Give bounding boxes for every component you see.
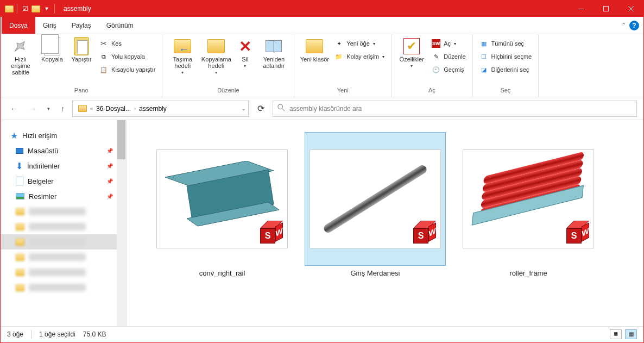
- properties-button[interactable]: ✔Özellikler▾: [396, 36, 427, 70]
- folder-icon: [16, 284, 24, 291]
- copy-button[interactable]: Kopyala: [39, 36, 66, 64]
- nav-pictures[interactable]: Resimler📌: [1, 189, 126, 204]
- file-name: Giriş Merdanesi: [350, 269, 400, 277]
- nav-item-hidden[interactable]: [1, 280, 126, 295]
- new-item-button[interactable]: ✦Yeni öğe ▾: [334, 38, 384, 49]
- properties-qat-icon[interactable]: ☑: [21, 4, 29, 13]
- refresh-button[interactable]: ⟳: [253, 103, 268, 114]
- content-area: ★Hızlı erişim Masaüstü📌 ⬇İndirilenler📌 B…: [1, 120, 643, 326]
- shortcut-icon: 📋: [99, 65, 108, 74]
- breadcrumb-seg1[interactable]: 36-Dosyal...: [93, 105, 134, 113]
- forward-button[interactable]: →: [26, 103, 40, 115]
- copy-to-button[interactable]: Kopyalama hedefi▾: [200, 36, 232, 76]
- recent-locations-button[interactable]: ▾: [44, 104, 53, 113]
- tab-file[interactable]: Dosya: [2, 17, 35, 34]
- solidworks-badge-icon: SW: [413, 221, 437, 245]
- file-list[interactable]: SW conv_right_rail SW Giriş Merdanesi: [127, 120, 643, 326]
- up-button[interactable]: ↑: [58, 103, 68, 115]
- tab-home[interactable]: Giriş: [35, 17, 64, 34]
- nav-quick-access[interactable]: ★Hızlı erişim: [1, 128, 126, 143]
- folder-icon: [16, 254, 24, 261]
- nav-desktop[interactable]: Masaüstü📌: [1, 143, 126, 158]
- move-to-button[interactable]: ←Taşıma hedefi▾: [167, 36, 198, 76]
- downloads-icon: ⬇: [16, 161, 23, 171]
- tab-share[interactable]: Paylaş: [64, 17, 99, 34]
- nav-scrollbar[interactable]: [117, 120, 126, 326]
- cut-button[interactable]: ✂Kes: [99, 38, 155, 49]
- move-to-icon: ←: [174, 38, 191, 55]
- nav-item-hidden[interactable]: [1, 265, 126, 280]
- scissors-icon: ✂: [99, 39, 108, 48]
- qat-dropdown-icon[interactable]: ▼: [42, 4, 51, 13]
- svg-line-5: [282, 109, 285, 111]
- copy-path-button[interactable]: ⧉Yolu kopyala: [99, 51, 155, 63]
- breadcrumb[interactable]: « 36-Dosyal... › assembly ⌄: [72, 101, 249, 117]
- nav-item-hidden-selected[interactable]: [1, 234, 126, 250]
- paste-shortcut-button[interactable]: 📋Kısayolu yapıştır: [99, 64, 155, 76]
- maximize-button[interactable]: [594, 1, 618, 17]
- status-bar: 3 öğe 1 öğe seçildi 75,0 KB ≣ ▦: [1, 326, 643, 341]
- folder-icon: [16, 269, 24, 276]
- delete-icon: ✕: [236, 38, 254, 55]
- back-button[interactable]: ←: [7, 103, 21, 115]
- select-none-icon: ☐: [479, 52, 488, 61]
- file-item[interactable]: SW roller_frame: [458, 132, 599, 314]
- edit-icon: ✎: [432, 52, 440, 61]
- new-folder-button[interactable]: Yeni klasör: [299, 36, 330, 64]
- rename-button[interactable]: Yeniden adlandır: [258, 36, 289, 70]
- svg-rect-0: [578, 9, 584, 9]
- easy-access-button[interactable]: 📁Kolay erişim ▾: [334, 51, 384, 63]
- collapse-ribbon-icon[interactable]: ⌃: [621, 22, 626, 29]
- pin-icon: 📌: [106, 163, 113, 169]
- nav-documents[interactable]: Belgeler📌: [1, 173, 126, 189]
- folder-icon: [78, 105, 87, 112]
- status-selection: 1 öğe seçildi: [39, 330, 75, 338]
- select-all-button[interactable]: ▦Tümünü seç: [479, 38, 532, 49]
- file-item-selected[interactable]: SW Giriş Merdanesi: [305, 132, 446, 314]
- scrollbar-thumb[interactable]: [117, 120, 125, 159]
- history-button[interactable]: 🕘Geçmiş: [432, 64, 465, 76]
- search-input[interactable]: [289, 105, 632, 113]
- chevron-down-icon[interactable]: ⌄: [242, 106, 246, 111]
- group-new: Yeni klasör ✦Yeni öğe ▾ 📁Kolay erişim ▾ …: [294, 34, 392, 97]
- group-clipboard: Hızlı erişime sabitle Kopyala Yapıştır ✂…: [1, 34, 162, 97]
- help-icon[interactable]: ?: [629, 21, 639, 30]
- tab-view[interactable]: Görünüm: [99, 17, 141, 34]
- delete-button[interactable]: ✕Sil▾: [234, 36, 256, 70]
- new-folder-icon: [306, 38, 323, 55]
- minimize-button[interactable]: [569, 1, 594, 17]
- easy-access-icon: 📁: [334, 52, 343, 61]
- copy-to-icon: [207, 38, 225, 55]
- star-icon: ★: [10, 130, 18, 141]
- folder-icon: [16, 223, 24, 230]
- paste-button[interactable]: Yapıştır: [68, 36, 95, 64]
- nav-item-hidden[interactable]: [1, 250, 126, 265]
- close-button[interactable]: [618, 1, 643, 17]
- breadcrumb-root[interactable]: [75, 105, 90, 112]
- edit-button[interactable]: ✎Düzenle: [432, 51, 465, 63]
- search-icon: [277, 104, 285, 113]
- details-view-button[interactable]: ≣: [610, 329, 622, 339]
- thumbnails-view-button[interactable]: ▦: [625, 329, 637, 339]
- breadcrumb-seg2[interactable]: assembly: [136, 105, 170, 113]
- invert-selection-button[interactable]: ◪Diğerlerini seç: [479, 64, 532, 76]
- nav-item-hidden[interactable]: [1, 219, 126, 234]
- nav-downloads[interactable]: ⬇İndirilenler📌: [1, 158, 126, 173]
- file-name: conv_right_rail: [199, 269, 245, 277]
- pin-quick-access-button[interactable]: Hızlı erişime sabitle: [5, 36, 36, 77]
- folder-icon: [16, 239, 24, 246]
- folder-qat-icon[interactable]: [31, 4, 40, 13]
- open-button[interactable]: SWAç ▾: [432, 38, 465, 49]
- paste-icon: [73, 38, 90, 55]
- select-none-button[interactable]: ☐Hiçbirini seçme: [479, 51, 532, 63]
- new-item-icon: ✦: [334, 39, 343, 48]
- pin-icon: 📌: [106, 178, 113, 184]
- search-box[interactable]: [273, 101, 637, 117]
- group-open: ✔Özellikler▾ SWAç ▾ ✎Düzenle 🕘Geçmiş Aç: [392, 34, 472, 97]
- svg-point-4: [278, 104, 283, 109]
- sw-open-icon: SW: [432, 39, 440, 48]
- history-icon: 🕘: [432, 65, 440, 74]
- file-item[interactable]: SW conv_right_rail: [151, 132, 293, 314]
- copy-path-icon: ⧉: [99, 52, 108, 61]
- nav-item-hidden[interactable]: [1, 204, 126, 219]
